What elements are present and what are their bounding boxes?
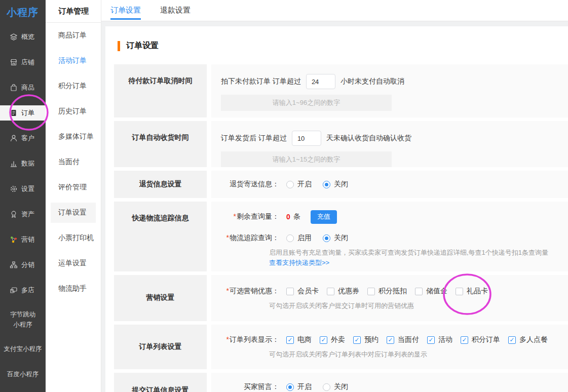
user-icon	[10, 134, 18, 142]
sidebar-item-orders[interactable]: 订单	[0, 105, 46, 121]
tab-order-settings[interactable]: 订单设置	[110, 0, 141, 21]
marketing-options-line: *可选营销优惠： 会员卡 优惠券 积分抵扣 储值金 礼品卡	[221, 284, 568, 298]
submenu-item-logistics-helper[interactable]: 物流助手	[46, 276, 101, 301]
submenu-item-face-pay[interactable]: 当面付	[46, 149, 101, 175]
checkbox-icon-checked[interactable]: ✓	[508, 336, 516, 344]
checkbox-icon-checked[interactable]: ✓	[353, 336, 361, 344]
checkbox-stored-value[interactable]: 储值金	[415, 287, 447, 296]
checkbox-label: 多人点餐	[519, 335, 548, 344]
row-pending-cancel-time: 待付款订单取消时间 拍下未付款订单 订单超过 小时未支付自动取消 请输入1~96…	[114, 64, 568, 117]
checkbox-activity[interactable]: ✓活动	[427, 335, 452, 344]
radio-icon-selected[interactable]	[286, 383, 294, 391]
sidebar-item-customers[interactable]: 客户	[0, 126, 46, 151]
checkbox-member-card[interactable]: 会员卡	[286, 287, 319, 296]
radio-option-on[interactable]: 开启	[286, 180, 312, 189]
checkbox-label: 电商	[297, 335, 312, 344]
radio-icon-selected[interactable]	[323, 181, 330, 188]
checkbox-icon[interactable]	[415, 288, 423, 295]
checkbox-icon[interactable]	[327, 288, 334, 295]
layers-icon	[10, 33, 18, 41]
radio-option-on[interactable]: 开启	[286, 382, 312, 391]
radio-option-off[interactable]: 关闭	[323, 382, 348, 391]
checkbox-icon-checked[interactable]: ✓	[387, 336, 394, 344]
sidebar-item-label: 字节跳动小程序	[8, 309, 38, 330]
checkbox-group-dining[interactable]: ✓多人点餐	[508, 335, 548, 344]
radio-label: 关闭	[334, 233, 348, 243]
auto-receive-days-input[interactable]	[292, 131, 321, 146]
radio-icon[interactable]	[286, 234, 294, 242]
order-submenu: 订单管理 商品订单 活动订单 积分订单 历史订单 多媒体订单 当面付 评价管理 …	[46, 0, 101, 392]
checkbox-icon-checked[interactable]: ✓	[427, 336, 435, 344]
sidebar-item-settings[interactable]: 设置	[0, 176, 46, 202]
checkbox-icon[interactable]	[286, 288, 294, 295]
main-content: 订单设置 退款设置 订单设置 待付款订单取消时间 拍下未付款订单 订单超过 小时	[101, 0, 568, 392]
sidebar-item-goods[interactable]: 商品	[0, 75, 46, 100]
sidebar-item-label: 客户	[21, 134, 34, 143]
cancel-time-text-after: 小时未支付自动取消	[340, 77, 404, 86]
submenu-item-points-orders[interactable]: 积分订单	[46, 73, 101, 99]
quota-value-group: 0 条 充值	[286, 210, 337, 224]
cancel-time-hint: 请输入1~96之间的数字	[221, 95, 392, 111]
radio-label: 关闭	[334, 382, 348, 391]
submenu-item-waybill-settings[interactable]: 运单设置	[46, 251, 101, 276]
sidebar-item-baidu-mini[interactable]: 百度小程序	[0, 362, 46, 387]
sidebar-item-distribution[interactable]: 分销	[0, 252, 46, 278]
sidebar-item-marketing[interactable]: 营销	[0, 227, 46, 252]
sidebar-item-shop[interactable]: 店铺	[0, 50, 46, 75]
cancel-time-text-before: 拍下未付款订单 订单超过	[221, 77, 301, 86]
sidebar-item-label: 营销	[21, 235, 34, 244]
required-mark: *	[234, 212, 236, 220]
radio-icon[interactable]	[286, 181, 294, 188]
checkbox-coupon[interactable]: 优惠券	[327, 287, 359, 296]
recharge-button[interactable]: 充值	[311, 210, 337, 224]
section-accent-bar	[118, 41, 120, 51]
checkbox-label: 礼品卡	[467, 287, 488, 296]
submenu-item-activity-orders[interactable]: 活动订单	[46, 48, 101, 73]
row-label: 订单列表设置	[114, 325, 207, 369]
row-content: 订单发货后 订单超过 天未确认收货自动确认收货 请输入1~15之间的数字	[211, 121, 568, 167]
checkbox-points-order[interactable]: ✓积分订单	[461, 335, 500, 344]
radio-icon[interactable]	[323, 383, 330, 391]
checkbox-face-pay[interactable]: ✓当面付	[387, 335, 419, 344]
required-mark: *	[226, 335, 229, 343]
sidebar-item-label: 资产	[21, 210, 34, 219]
checkbox-points-deduction[interactable]: 积分抵扣	[367, 287, 407, 296]
main-sidebar: 小程序 概览 店铺 商品 订单 客户 数据 设置	[0, 0, 46, 392]
checkbox-label: 外卖	[331, 335, 345, 344]
radio-icon-selected[interactable]	[323, 234, 330, 242]
checkbox-gift-card[interactable]: 礼品卡	[456, 287, 488, 296]
radio-option-off[interactable]: 关闭	[323, 180, 348, 189]
bar-chart-icon	[10, 160, 18, 168]
radio-option-enable[interactable]: 启用	[286, 233, 312, 243]
admin-console: 小程序 概览 店铺 商品 订单 客户 数据 设置	[0, 0, 568, 392]
sidebar-item-overview[interactable]: 概览	[0, 24, 46, 50]
submenu-item-order-settings[interactable]: 订单设置	[51, 203, 96, 223]
sidebar-item-data[interactable]: 数据	[0, 151, 46, 176]
submenu-item-review-management[interactable]: 评价管理	[46, 175, 101, 200]
sidebar-item-bytedance-mini[interactable]: 字节跳动小程序	[0, 303, 46, 336]
radio-option-off[interactable]: 关闭	[323, 233, 348, 243]
submenu-item-media-orders[interactable]: 多媒体订单	[46, 124, 101, 149]
checkbox-icon[interactable]	[367, 288, 375, 295]
checkbox-ecommerce[interactable]: ✓电商	[286, 335, 312, 344]
sidebar-item-assets[interactable]: 资产	[0, 202, 46, 227]
sidebar-item-label: 分销	[21, 260, 34, 269]
checkbox-icon-checked[interactable]: ✓	[461, 336, 468, 344]
buyer-message-field-label: 买家留言：	[221, 382, 279, 391]
checkbox-booking[interactable]: ✓预约	[353, 335, 378, 344]
checkbox-icon-checked[interactable]: ✓	[286, 336, 294, 344]
tab-refund-settings[interactable]: 退款设置	[160, 0, 191, 21]
submenu-item-product-orders[interactable]: 商品订单	[46, 23, 101, 48]
order-list-checkbox-group: ✓电商 ✓外卖 ✓预约 ✓当面付 ✓活动 ✓积分订单 ✓多人点餐	[286, 335, 556, 344]
sidebar-item-alipay-mini[interactable]: 支付宝小程序	[0, 336, 46, 362]
submenu-item-receipt-printer[interactable]: 小票打印机	[46, 225, 101, 251]
submenu-item-history-orders[interactable]: 历史订单	[46, 99, 101, 124]
row-label: 营销设置	[114, 275, 207, 321]
supported-couriers-link[interactable]: 查看支持快递类型>>	[269, 258, 329, 267]
checkbox-takeout[interactable]: ✓外卖	[320, 335, 345, 344]
cancel-hours-input[interactable]	[306, 74, 335, 89]
sidebar-item-multistore[interactable]: 多店	[0, 278, 46, 303]
return-info-field-label: 退货寄送信息：	[221, 180, 279, 189]
checkbox-icon-checked[interactable]: ✓	[320, 336, 327, 344]
checkbox-icon[interactable]	[456, 288, 463, 295]
